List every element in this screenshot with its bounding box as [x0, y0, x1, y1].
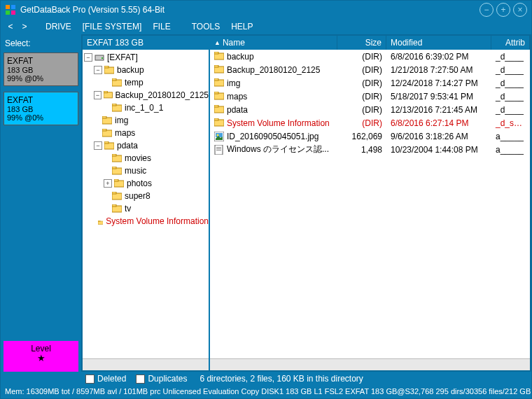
svg-point-5	[102, 57, 103, 59]
tree-node-backup[interactable]: − backup	[94, 64, 209, 76]
file-size: 1,498	[337, 145, 386, 155]
menu-tools[interactable]: TOOLS	[188, 22, 224, 31]
svg-rect-39	[214, 92, 218, 94]
duplicates-checkbox[interactable]	[136, 374, 145, 384]
file-list[interactable]: backup(DIR)6/8/2016 6:39:02 PM_d____Back…	[210, 50, 530, 358]
deleted-checkbox[interactable]	[85, 374, 94, 384]
svg-rect-21	[112, 154, 116, 156]
menu-file[interactable]: FILE	[148, 22, 174, 31]
tree-node-music[interactable]: music	[104, 164, 209, 177]
directory-tree[interactable]: − [EXFAT] − backup	[83, 50, 209, 358]
folder-icon	[112, 192, 122, 200]
col-attrib[interactable]: Attrib	[491, 36, 530, 50]
svg-rect-17	[102, 129, 106, 131]
folder-icon	[98, 217, 103, 225]
duplicates-label: Duplicates	[148, 374, 187, 384]
tree-hscrollbar[interactable]	[83, 358, 209, 370]
menu-filesystem[interactable]: [FILE SYSTEM]	[78, 22, 146, 31]
minimize-button[interactable]: −	[479, 3, 493, 17]
file-icon	[214, 145, 224, 155]
maximize-button[interactable]: +	[496, 3, 510, 17]
file-size: 162,069	[337, 132, 386, 141]
folder-icon	[104, 141, 114, 150]
file-name: pdata	[227, 105, 248, 115]
file-row[interactable]: System Volume Information(DIR)6/8/2016 6…	[210, 116, 530, 130]
file-attrib: _d____	[491, 78, 530, 88]
folder-icon	[112, 167, 122, 175]
file-attrib: _d_sh__	[491, 118, 530, 128]
col-name[interactable]: ▲Name	[210, 36, 337, 50]
tree-node-photos[interactable]: +photos	[104, 177, 209, 190]
file-modified: 9/6/2016 3:18:26 AM	[386, 132, 491, 141]
svg-rect-27	[112, 192, 116, 194]
tree-node-temp[interactable]: temp	[104, 76, 209, 89]
tree-node-tv[interactable]: tv	[104, 202, 209, 215]
drive-stat: 99% @0%	[7, 113, 75, 122]
tree-node-movies[interactable]: movies	[104, 152, 209, 164]
expander-icon[interactable]: +	[104, 179, 112, 188]
menu-help[interactable]: HELP	[227, 22, 257, 31]
drive-size: 183 GB	[7, 66, 75, 74]
app-icon	[5, 4, 16, 15]
file-name: img	[227, 78, 240, 88]
close-button[interactable]: ×	[513, 3, 527, 17]
drive-tile-0[interactable]: EXFAT 183 GB 99% @0%	[4, 52, 78, 86]
file-row[interactable]: maps(DIR)5/18/2017 9:53:41 PM_d____	[210, 90, 530, 103]
file-name: System Volume Information	[227, 118, 330, 128]
bottom-statusbar: Mem: 16309MB tot / 8597MB avl / 101MB pr…	[1, 386, 531, 398]
menu-drive[interactable]: DRIVE	[41, 22, 76, 31]
nav-forward-button[interactable]: >	[19, 22, 30, 31]
folder-icon	[114, 179, 124, 188]
svg-rect-41	[214, 105, 218, 107]
tree-node-super8[interactable]: super8	[104, 190, 209, 202]
level-indicator[interactable]: Level ★	[4, 341, 78, 372]
tree-node-label: tv	[125, 204, 131, 214]
svg-rect-31	[98, 220, 100, 222]
drive-tile-1[interactable]: EXFAT 183 GB 99% @0%	[4, 92, 78, 125]
svg-rect-33	[214, 52, 218, 54]
file-row[interactable]: img(DIR)12/24/2018 7:14:27 PM_d____	[210, 76, 530, 90]
folder-icon	[112, 78, 122, 87]
expander-icon[interactable]: −	[84, 53, 92, 62]
drive-name: EXFAT	[7, 56, 75, 66]
tree-node-label: photos	[127, 178, 152, 188]
file-attrib: a_____	[491, 132, 530, 141]
expander-icon[interactable]: −	[94, 66, 102, 74]
file-name: maps	[227, 92, 247, 102]
expander-icon[interactable]: −	[94, 141, 102, 150]
tree-node-svi[interactable]: System Volume Information	[94, 215, 209, 227]
file-row[interactable]: ID_20160905045051.jpg162,0699/6/2016 3:1…	[210, 130, 530, 143]
svg-rect-43	[214, 118, 218, 120]
file-attrib: _d____	[491, 52, 530, 62]
folder-icon	[214, 52, 224, 62]
tree-node-backup2[interactable]: − Backup_20180120_2125	[94, 89, 209, 102]
tree-node-label: maps	[115, 128, 135, 138]
expander-icon[interactable]: −	[94, 91, 102, 99]
tree-root[interactable]: − [EXFAT]	[84, 51, 209, 64]
col-size[interactable]: Size	[337, 36, 386, 50]
file-modified: 6/8/2016 6:39:02 PM	[386, 52, 491, 62]
tree-node-pdata[interactable]: − pdata	[94, 139, 209, 152]
tree-node-maps[interactable]: maps	[94, 127, 209, 139]
status-summary: 6 directories, 2 files, 160 KB in this d…	[191, 374, 363, 384]
file-row[interactable]: Backup_20180120_2125(DIR)1/21/2018 7:27:…	[210, 63, 530, 76]
svg-rect-0	[6, 5, 10, 9]
titlebar: GetDataBack Pro (Version 5.55) 64-Bit − …	[1, 1, 531, 19]
file-row[interactable]: backup(DIR)6/8/2016 6:39:02 PM_d____	[210, 50, 530, 63]
file-name: ID_20160905045051.jpg	[227, 132, 318, 141]
nav-back-button[interactable]: <	[5, 22, 16, 31]
file-row[interactable]: pdata(DIR)12/13/2016 7:21:45 AM_d____	[210, 103, 530, 116]
file-row[interactable]: Windows のライセンス認...1,49810/23/2004 1:44:0…	[210, 143, 530, 156]
col-modified[interactable]: Modified	[386, 36, 491, 50]
file-modified: 6/8/2016 6:27:14 PM	[386, 118, 491, 128]
tree-node-inc[interactable]: inc_1_0_1	[104, 102, 209, 114]
list-pane: ▲Name Size Modified Attrib backup(DIR)6/…	[209, 36, 530, 370]
tree-node-img[interactable]: img	[94, 114, 209, 127]
tree-node-label: movies	[125, 153, 151, 163]
svg-rect-2	[6, 10, 10, 15]
list-hscrollbar[interactable]	[210, 358, 530, 370]
drive-name: EXFAT	[7, 95, 75, 105]
tree-pane: EXFAT 183 GB − [EXFAT]	[83, 36, 209, 370]
image-icon	[214, 132, 224, 141]
folder-icon	[112, 204, 122, 213]
